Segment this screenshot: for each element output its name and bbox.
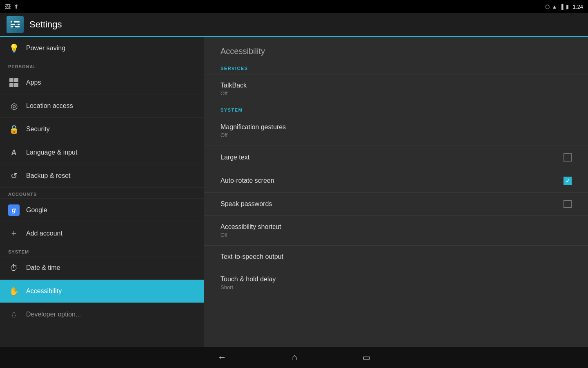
large-text-checkbox[interactable] bbox=[564, 153, 572, 162]
wifi-icon: ▲ bbox=[552, 4, 557, 10]
content-item-talkback[interactable]: TalkBack Off bbox=[204, 74, 588, 104]
bluetooth-icon: ⬡ bbox=[545, 4, 550, 10]
magnification-info: Magnification gestures Off bbox=[220, 123, 286, 138]
datetime-icon: ⏱ bbox=[8, 262, 20, 274]
back-icon: ← bbox=[218, 352, 227, 363]
section-header-system: SYSTEM bbox=[0, 245, 204, 256]
svg-point-5 bbox=[13, 26, 15, 28]
status-bar-right: ⬡ ▲ ▐ ▮ 1:24 bbox=[545, 4, 583, 10]
touch-hold-subtitle: Short bbox=[220, 284, 276, 290]
speak-passwords-title: Speak passwords bbox=[220, 200, 272, 208]
main-layout: 💡 Power saving PERSONAL Apps ◎ Location … bbox=[0, 37, 588, 347]
content-item-auto-rotate[interactable]: Auto-rotate screen bbox=[204, 169, 588, 193]
accessibility-shortcut-subtitle: Off bbox=[220, 232, 281, 238]
sidebar-item-label: Power saving bbox=[26, 45, 65, 52]
sidebar-item-developer-options[interactable]: {} Developer option... bbox=[0, 303, 204, 326]
content-item-large-text[interactable]: Large text bbox=[204, 146, 588, 169]
sidebar: 💡 Power saving PERSONAL Apps ◎ Location … bbox=[0, 37, 204, 347]
talkback-title: TalkBack bbox=[220, 82, 247, 89]
svg-rect-9 bbox=[14, 83, 18, 87]
apps-icon bbox=[8, 77, 20, 88]
talkback-subtitle: Off bbox=[220, 90, 247, 96]
speak-passwords-checkbox[interactable] bbox=[564, 200, 572, 208]
sidebar-item-security[interactable]: 🔒 Security bbox=[0, 118, 204, 141]
recents-icon: ▭ bbox=[363, 352, 370, 362]
auto-rotate-title: Auto-rotate screen bbox=[220, 177, 274, 184]
talkback-info: TalkBack Off bbox=[220, 82, 247, 96]
notification-icon-image: 🖼 bbox=[5, 3, 11, 10]
sidebar-item-apps[interactable]: Apps bbox=[0, 71, 204, 94]
power-saving-icon: 💡 bbox=[8, 43, 20, 54]
tts-output-title: Text-to-speech output bbox=[220, 253, 283, 260]
section-header-personal: PERSONAL bbox=[0, 60, 204, 71]
content-item-accessibility-shortcut[interactable]: Accessibility shortcut Off bbox=[204, 216, 588, 246]
section-header-accounts: ACCOUNTS bbox=[0, 188, 204, 199]
accessibility-shortcut-info: Accessibility shortcut Off bbox=[220, 223, 281, 238]
svg-rect-8 bbox=[9, 83, 13, 87]
notification-icon-upload: ⬆ bbox=[14, 3, 19, 10]
signal-icon: ▐ bbox=[559, 4, 563, 10]
status-bar-left: 🖼 ⬆ bbox=[5, 3, 19, 10]
add-account-icon: + bbox=[8, 228, 20, 239]
developer-icon: {} bbox=[8, 309, 20, 320]
magnification-title: Magnification gestures bbox=[220, 123, 286, 131]
google-icon: g bbox=[8, 204, 20, 216]
speak-passwords-right bbox=[564, 200, 572, 208]
sidebar-item-location-access[interactable]: ◎ Location access bbox=[0, 94, 204, 118]
sidebar-item-label: Location access bbox=[26, 102, 73, 110]
location-icon: ◎ bbox=[8, 100, 20, 112]
sidebar-item-label: Security bbox=[26, 126, 50, 133]
accessibility-shortcut-title: Accessibility shortcut bbox=[220, 223, 281, 231]
content-item-magnification-gestures[interactable]: Magnification gestures Off bbox=[204, 116, 588, 146]
content-item-touch-hold-delay[interactable]: Touch & hold delay Short bbox=[204, 268, 588, 298]
security-icon: 🔒 bbox=[8, 123, 20, 135]
sidebar-item-label: Developer option... bbox=[26, 311, 81, 318]
language-icon: A bbox=[8, 147, 20, 158]
clock: 1:24 bbox=[573, 4, 583, 10]
auto-rotate-checkbox[interactable] bbox=[564, 177, 572, 185]
large-text-title: Large text bbox=[220, 154, 249, 161]
battery-icon: ▮ bbox=[566, 4, 569, 10]
content-item-tts-output[interactable]: Text-to-speech output bbox=[204, 246, 588, 268]
magnification-subtitle: Off bbox=[220, 132, 286, 138]
sidebar-item-add-account[interactable]: + Add account bbox=[0, 222, 204, 245]
sidebar-item-label: Apps bbox=[26, 79, 41, 86]
backup-icon: ↺ bbox=[8, 170, 20, 182]
page-title: Settings bbox=[29, 19, 62, 30]
sidebar-item-google[interactable]: g Google bbox=[0, 199, 204, 222]
sidebar-item-label: Add account bbox=[26, 230, 62, 237]
sidebar-item-language-input[interactable]: A Language & input bbox=[0, 141, 204, 164]
auto-rotate-info: Auto-rotate screen bbox=[220, 177, 274, 184]
auto-rotate-right bbox=[564, 177, 572, 185]
nav-bar: ← ⌂ ▭ bbox=[0, 347, 588, 368]
sidebar-item-label: Language & input bbox=[26, 149, 77, 156]
touch-hold-title: Touch & hold delay bbox=[220, 276, 276, 283]
settings-app-icon bbox=[7, 16, 24, 33]
section-header-system-content: SYSTEM bbox=[204, 104, 588, 116]
touch-hold-info: Touch & hold delay Short bbox=[220, 276, 276, 290]
section-header-services: SERVICES bbox=[204, 63, 588, 74]
content-item-speak-passwords[interactable]: Speak passwords bbox=[204, 193, 588, 216]
sidebar-item-label: Accessibility bbox=[26, 287, 62, 295]
large-text-right bbox=[564, 153, 572, 162]
home-button[interactable]: ⌂ bbox=[292, 352, 297, 363]
sidebar-item-power-saving[interactable]: 💡 Power saving bbox=[0, 37, 204, 60]
back-button[interactable]: ← bbox=[218, 352, 227, 363]
large-text-info: Large text bbox=[220, 154, 249, 161]
sidebar-item-label: Google bbox=[26, 206, 47, 214]
svg-point-4 bbox=[16, 23, 18, 25]
content-title: Accessibility bbox=[204, 37, 588, 63]
home-icon: ⌂ bbox=[292, 352, 297, 363]
recents-button[interactable]: ▭ bbox=[363, 352, 370, 362]
sidebar-item-backup-reset[interactable]: ↺ Backup & reset bbox=[0, 164, 204, 188]
content-area: Accessibility SERVICES TalkBack Off SYST… bbox=[204, 37, 588, 347]
sidebar-item-label: Date & time bbox=[26, 264, 60, 272]
svg-rect-6 bbox=[9, 78, 13, 82]
svg-rect-7 bbox=[14, 78, 18, 82]
tts-output-info: Text-to-speech output bbox=[220, 253, 283, 260]
sidebar-item-date-time[interactable]: ⏱ Date & time bbox=[0, 256, 204, 280]
sidebar-item-accessibility[interactable]: ✋ Accessibility bbox=[0, 280, 204, 303]
sidebar-item-label: Backup & reset bbox=[26, 172, 71, 180]
header-bar: Settings bbox=[0, 13, 588, 37]
svg-point-3 bbox=[12, 21, 14, 23]
